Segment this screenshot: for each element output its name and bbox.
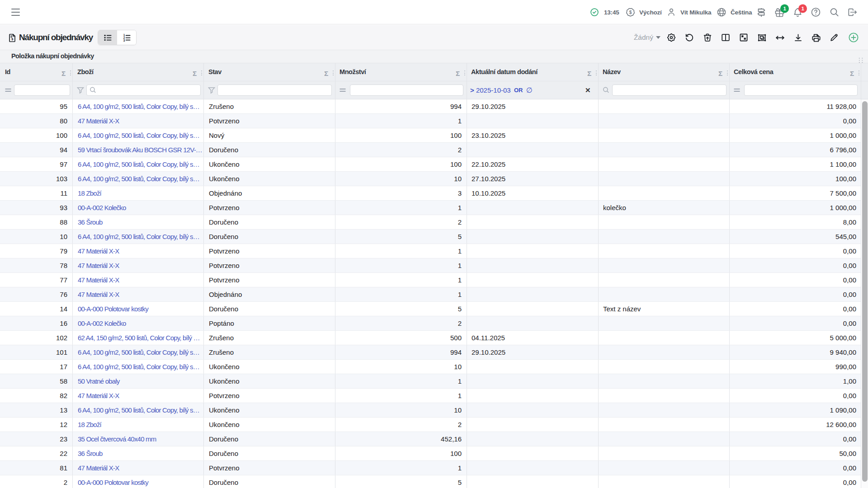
svg-text:3: 3 xyxy=(123,38,125,42)
svg-text:$: $ xyxy=(629,10,632,15)
svg-text:$: $ xyxy=(11,37,13,41)
